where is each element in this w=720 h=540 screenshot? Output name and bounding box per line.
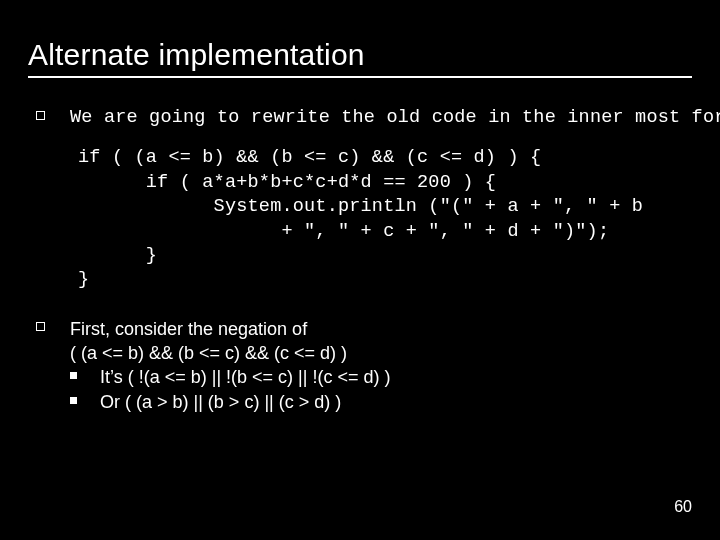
sub-bullet: Or ( (a > b) || (b > c) || (c > d) ): [70, 390, 692, 414]
sub-text: It’s ( !(a <= b) || !(b <= c) || !(c <= …: [100, 365, 692, 389]
code-line: + ", " + c + ", " + d + ")");: [78, 220, 692, 244]
square-open-icon: [36, 317, 70, 331]
square-open-icon: [36, 106, 70, 120]
slide: Alternate implementation We are going to…: [0, 0, 720, 540]
neg-lead: First, consider the negation of: [70, 319, 307, 339]
code-block: if ( (a <= b) && (b <= c) && (c <= d) ) …: [78, 146, 692, 292]
square-fill-icon: [70, 365, 100, 379]
code-line: }: [78, 268, 692, 292]
page-number: 60: [674, 498, 692, 516]
sub-bullet: It’s ( !(a <= b) || !(b <= c) || !(c <= …: [70, 365, 692, 389]
slide-content: We are going to rewrite the old code in …: [28, 106, 692, 414]
slide-title: Alternate implementation: [28, 38, 692, 78]
bullet-negation: First, consider the negation of ( (a <= …: [36, 317, 692, 414]
code-line: if ( a*a+b*b+c*c+d*d == 200 ) {: [78, 171, 692, 195]
intro-text: We are going to rewrite the old code in …: [70, 106, 720, 130]
code-line: System.out.println ("(" + a + ", " + b: [78, 195, 692, 219]
sub-text: Or ( (a > b) || (b > c) || (c > d) ): [100, 390, 692, 414]
negation-text: First, consider the negation of ( (a <= …: [70, 317, 692, 366]
square-fill-icon: [70, 390, 100, 404]
code-line: if ( (a <= b) && (b <= c) && (c <= d) ) …: [78, 146, 692, 170]
neg-expr: ( (a <= b) && (b <= c) && (c <= d) ): [70, 343, 347, 363]
bullet-intro: We are going to rewrite the old code in …: [36, 106, 692, 130]
code-line: }: [78, 244, 692, 268]
